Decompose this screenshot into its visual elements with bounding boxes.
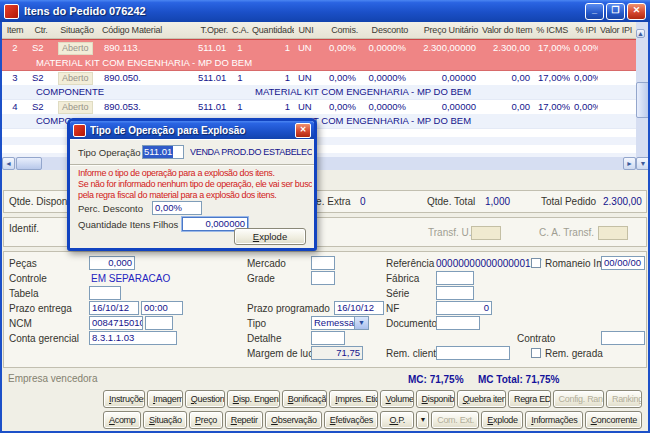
- disp-engenh-button[interactable]: Disp. Engenh.: [227, 390, 280, 408]
- cell-quantidade: 1: [250, 40, 294, 55]
- tipo-operacao-input[interactable]: 511.01: [142, 145, 184, 159]
- column-header[interactable]: Preço Unitário: [410, 22, 480, 38]
- table-row-selected[interactable]: 2 S2 Aberto 890.113. 511.01 1 1 UN 0,00%…: [2, 39, 636, 71]
- column-header[interactable]: Item: [2, 22, 28, 38]
- ca-transf-input[interactable]: [598, 226, 628, 240]
- column-header[interactable]: Quantidade: [250, 22, 294, 38]
- contrato-input[interactable]: [601, 331, 645, 345]
- serie-input[interactable]: [436, 286, 474, 300]
- repetir-button[interactable]: Repetir: [225, 411, 263, 429]
- detalhe-input[interactable]: [311, 331, 345, 345]
- window-titlebar[interactable]: Itens do Pedido 076242 _ ❐ ✕: [0, 0, 650, 22]
- cell-ca: 1: [230, 71, 250, 85]
- bonificacao-button[interactable]: Bonificação: [282, 390, 328, 408]
- volume-button[interactable]: Volume: [380, 390, 414, 408]
- scroll-left-icon[interactable]: ◄: [2, 157, 15, 170]
- prazo-programado-input[interactable]: 16/10/12: [334, 301, 384, 315]
- transf-un-input[interactable]: [471, 226, 501, 240]
- perc-desconto-input[interactable]: 0,00%: [152, 201, 202, 215]
- dialog-close-icon[interactable]: ✕: [295, 123, 311, 138]
- column-header[interactable]: % IPI: [570, 22, 598, 38]
- table-row[interactable]: 3 S2 Aberto 890.050. 511.01 1 1 UN 0,00%…: [2, 71, 636, 100]
- controle-value: EM SEPARACAO: [91, 273, 170, 284]
- instrucoes-button[interactable]: Instruções: [103, 390, 145, 408]
- disponib-button[interactable]: Disponib.: [416, 390, 455, 408]
- ncm-label: NCM: [9, 318, 32, 329]
- rem-cliente-input[interactable]: [436, 346, 510, 360]
- pecas-input[interactable]: 0,000: [89, 256, 135, 270]
- mc-value: MC: 71,75%: [408, 374, 464, 385]
- conta-gerencial-input[interactable]: 8.3.1.1.03: [89, 331, 177, 345]
- tipo-combobox[interactable]: Remessa ▼: [311, 316, 369, 330]
- op-button[interactable]: O.P.: [380, 411, 414, 429]
- grade-input[interactable]: [311, 271, 335, 285]
- cell-codigo-material: 890.053.: [100, 100, 194, 114]
- efetivacoes-button[interactable]: Efetivações: [324, 411, 378, 429]
- documento-input[interactable]: [436, 316, 480, 330]
- dialog-icon: [73, 124, 86, 137]
- rem-gerada-checkbox[interactable]: [531, 348, 541, 358]
- impres-etiq-button[interactable]: Impres. Etiq.: [329, 390, 377, 408]
- cell-toper: 511.01: [194, 40, 230, 55]
- hscroll-thumb[interactable]: [16, 157, 42, 170]
- imagem-button[interactable]: Imagem: [147, 390, 183, 408]
- rem-cliente-label: Rem. cliente: [386, 348, 442, 359]
- question-button[interactable]: Question.: [185, 390, 225, 408]
- column-header[interactable]: Ctr.: [28, 22, 54, 38]
- ncm-input[interactable]: 0084715010: [89, 316, 143, 330]
- button-bar-bottom: Acomp Situação Preço Repetir Observação …: [103, 411, 642, 429]
- column-header[interactable]: Desconto: [360, 22, 410, 38]
- column-header[interactable]: Situação: [54, 22, 100, 38]
- romaneio-date-input[interactable]: 00/00/00: [601, 256, 645, 270]
- cell-descricao: MATERIAL KIT COM ENGENHARIA - MP DO BEM: [36, 55, 252, 70]
- cell-valor-ipi: 0: [598, 40, 636, 55]
- column-header[interactable]: Código Material: [100, 22, 194, 38]
- column-header[interactable]: C.A.: [230, 22, 250, 38]
- explode-dialog-button[interactable]: Explode: [234, 228, 306, 245]
- margem-lucro-input[interactable]: 71,75: [311, 346, 363, 360]
- cell-desconto: 0,0000%: [360, 40, 410, 55]
- vertical-scrollbar[interactable]: ▲ ▼: [636, 22, 650, 170]
- cell-valor-item: 0,00: [480, 100, 534, 114]
- app-icon: [4, 4, 19, 19]
- column-header[interactable]: UNI: [294, 22, 318, 38]
- romaneio-impresso-checkbox[interactable]: [531, 258, 541, 268]
- dialog-titlebar[interactable]: Tipo de Operação para Explosão ✕: [70, 121, 314, 139]
- quebra-itens-button[interactable]: Quebra itens: [457, 390, 506, 408]
- minimize-button[interactable]: _: [585, 3, 604, 20]
- column-header[interactable]: Valor do Item: [480, 22, 534, 38]
- column-header[interactable]: % ICMS: [534, 22, 570, 38]
- cell-toper: 511.01: [194, 100, 230, 114]
- mercado-input[interactable]: [311, 256, 335, 270]
- preco-button[interactable]: Preço: [189, 411, 223, 429]
- explode-button[interactable]: Explode: [481, 411, 523, 429]
- observacao-button[interactable]: Observação: [265, 411, 322, 429]
- column-header[interactable]: Valor IPI: [598, 22, 636, 38]
- cell-codigo-material: 890.113.: [100, 40, 194, 55]
- scroll-down-icon[interactable]: ▼: [636, 157, 650, 170]
- column-header[interactable]: T.Oper.: [194, 22, 230, 38]
- close-button[interactable]: ✕: [627, 3, 646, 20]
- combo-arrow-icon[interactable]: ▼: [354, 317, 368, 329]
- prazo-entrega-date-input[interactable]: 16/10/12: [89, 301, 139, 315]
- nf-input[interactable]: 0: [436, 301, 492, 315]
- concorrente-button[interactable]: Concorrente: [585, 411, 642, 429]
- prazo-entrega-time-input[interactable]: 00:00: [141, 301, 183, 315]
- scroll-right-icon[interactable]: ►: [623, 157, 636, 170]
- op-dropdown-arrow-icon[interactable]: ▼: [416, 411, 429, 429]
- scroll-up-icon[interactable]: ▲: [636, 29, 645, 38]
- grid-header: Item Ctr. Situação Código Material T.Ope…: [2, 22, 636, 39]
- acomp-button[interactable]: Acomp: [103, 411, 141, 429]
- tabela-input[interactable]: [89, 286, 121, 300]
- vscroll-thumb[interactable]: [636, 82, 650, 118]
- ncm-extra-input[interactable]: [145, 316, 173, 330]
- cell-icms: 17,00%: [534, 40, 570, 55]
- column-header[interactable]: Comis.: [318, 22, 360, 38]
- dialog-title: Tipo de Operação para Explosão: [90, 125, 295, 136]
- situacao-button[interactable]: Situação: [143, 411, 187, 429]
- fabrica-input[interactable]: [436, 271, 474, 285]
- cell-icms: 17,00%: [534, 100, 570, 114]
- informacoes-button[interactable]: Informações: [525, 411, 582, 429]
- regra-edi-button[interactable]: Regra EDI: [508, 390, 551, 408]
- maximize-button[interactable]: ❐: [606, 3, 625, 20]
